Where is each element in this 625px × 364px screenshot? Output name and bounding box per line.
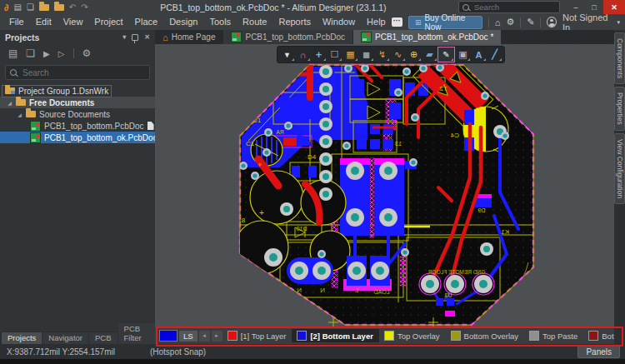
interactive-route-icon[interactable]: ↯ [374,47,390,62]
redo-icon[interactable]: ↷ [81,2,88,12]
cursor-coordinates: X:9387.712mil Y:2554.157mil [0,347,115,357]
tree-item-project-group[interactable]: Project Group 1.DsnWrk [0,85,155,97]
pencil-edit-icon[interactable]: ✎ [438,47,455,62]
expander-icon[interactable]: ◢ [7,100,12,106]
menu-reports[interactable]: Reports [272,14,317,30]
open-recent-icon[interactable] [54,4,64,11]
room-tool-icon[interactable]: ▣ [455,47,471,62]
fill-tool-icon[interactable]: ▰ [422,47,438,62]
menu-view[interactable]: View [58,14,89,30]
altium-logo-icon[interactable]: ∂ [4,2,8,12]
tab-properties[interactable]: Properties [614,87,625,131]
doc-tab-pcb1-ok-active[interactable]: PCB1_top_bottom_ok.PcbDoc * [353,30,501,44]
scroll-layers-left-icon[interactable]: ◂ [199,331,210,342]
svg-text:C1: C1 [246,140,255,147]
menu-edit[interactable]: Edit [30,14,58,30]
search-icon [462,4,469,11]
snap-magnet-icon[interactable]: ∩ [295,47,311,62]
open-folder-icon[interactable] [39,4,49,11]
save-icon[interactable]: ▤ [13,2,21,12]
panel-dropdown-icon[interactable]: ▾ [122,33,126,41]
layer-bottom-layer[interactable]: [2] Bottom Layer [292,329,378,342]
placement-tool-icon[interactable]: ▦ [342,47,358,62]
tab-pcb-filter[interactable]: PCB Filter [118,323,157,344]
menu-help[interactable]: Help [361,14,392,30]
layer-sets-button[interactable]: LS [179,331,198,342]
select-area-icon[interactable]: ☐ [327,47,342,62]
undo-icon[interactable]: ↶ [69,2,76,12]
customize-icon[interactable]: ✎ [527,17,534,27]
save-all-icon[interactable]: ❏ [27,2,34,12]
pcb-board-drawing[interactable]: U1 C1 C8 C3 D4 T2 C4 D7 D9 D10 U3 K1 RA … [155,44,614,327]
doc-tab-home[interactable]: ⌂ Home Page [155,30,222,44]
projects-panel-title: Projects [5,32,39,42]
layer-bottom-overlay[interactable]: Bottom Overlay [446,329,524,342]
right-panel-strip: Components Properties View Configuration [614,30,625,347]
panel-settings-gear-icon[interactable]: ⚙ [82,47,92,59]
projects-panel: Projects ▾ ✕ ▤ ❏ ▶ ▷ ⚙ Project Group 1.D… [0,30,156,332]
menu-file[interactable]: File [3,14,30,30]
sign-in-dropdown-icon[interactable]: ▾ [617,19,620,26]
tree-item-doc2-selected[interactable]: PCB1_top_bottom_ok.PcbDoc * [0,132,155,143]
menu-tools[interactable]: Tools [203,14,237,30]
save-project-icon[interactable]: ▤ [8,47,18,59]
tab-navigator[interactable]: Navigator [42,332,88,344]
svg-text:U3: U3 [444,292,452,298]
menu-place[interactable]: Place [129,14,164,30]
svg-text:D9: D9 [478,207,485,213]
component-u1 [280,97,320,119]
gear-icon[interactable]: ⚙ [506,17,514,27]
projects-search-icon [10,69,17,76]
line-tool-icon[interactable]: ╱ [487,47,502,62]
tab-pcb[interactable]: PCB [89,332,118,344]
window-title: PCB1_top_bottom_ok.PcbDoc * - Altium Des… [88,2,458,12]
home-icon[interactable]: ⌂ [495,17,501,27]
compile-icon[interactable]: ❏ [26,47,35,59]
document-tab-bar: ⌂ Home Page PCB1_top_bottom.PcbDoc PCB1_… [155,30,614,44]
doc-tab-pcb1[interactable]: PCB1_top_bottom.PcbDoc [223,30,352,44]
layer-top-paste[interactable]: Top Paste [524,329,583,342]
pcb-editor-canvas[interactable]: ▼ ∩ + ☐ ▦ ◼ ↯ ∿ ⊕ ▰ ✎ ▣ A ╱ [155,44,614,327]
layer-top-overlay[interactable]: Top Overlay [379,329,446,342]
feedback-icon[interactable]: ··· [392,17,402,27]
pcb-doc-icon [30,121,41,132]
sign-in-status[interactable]: Not Signed In [562,12,612,32]
panel-pin-icon[interactable] [132,34,138,41]
current-layer-swatch [159,330,178,342]
projects-tree: Project Group 1.DsnWrk ◢ Free Documents … [0,85,155,143]
projects-panel-toolbar: ▤ ❏ ▶ ▷ ⚙ [0,44,155,62]
tab-view-configuration[interactable]: View Configuration [614,133,625,204]
filter-tool-icon[interactable]: ▼ [279,47,295,62]
svg-text:+: + [259,208,264,217]
expander-icon[interactable]: ◢ [17,112,22,117]
tab-projects[interactable]: Projects [2,332,42,344]
menu-design[interactable]: Design [163,14,203,30]
scroll-layers-right-icon[interactable]: ▸ [212,331,222,342]
tree-item-doc1[interactable]: PCB1_top_bottom.PcbDoc [0,120,155,132]
polygon-pour-icon[interactable]: ◼ [358,47,374,62]
pcb-doc-icon [361,32,372,42]
pcb-doc-icon [231,32,242,42]
layer-top-layer[interactable]: [1] Top Layer [222,329,292,342]
tab-components[interactable]: Components [614,32,625,84]
menu-window[interactable]: Window [317,14,361,30]
refresh-icon[interactable]: ▷ [58,49,65,58]
via-tool-icon[interactable]: ⊕ [406,47,422,62]
svg-text:C4: C4 [450,132,459,139]
panels-button[interactable]: Panels [578,346,620,358]
search-input[interactable] [472,2,551,12]
menu-route[interactable]: Route [237,14,272,30]
multi-route-icon[interactable]: ∿ [390,47,406,62]
layer-bottom-paste[interactable]: Bottom Paste [583,329,614,342]
tree-item-free-documents[interactable]: ◢ Free Documents [0,97,155,108]
string-tool-icon[interactable]: A [471,47,487,62]
open-project-icon[interactable]: ▶ [43,49,50,58]
panel-close-icon[interactable]: ✕ [144,33,150,41]
home-tab-icon: ⌂ [162,32,168,42]
projects-search-input[interactable] [21,67,141,78]
buy-online-button[interactable]: ⊞ Buy Online Now [408,16,482,29]
menu-project[interactable]: Project [88,14,128,30]
tree-item-source-documents[interactable]: ◢ Source Documents [0,108,155,120]
move-tool-icon[interactable]: + [311,47,327,62]
projects-search-box[interactable] [5,65,150,80]
